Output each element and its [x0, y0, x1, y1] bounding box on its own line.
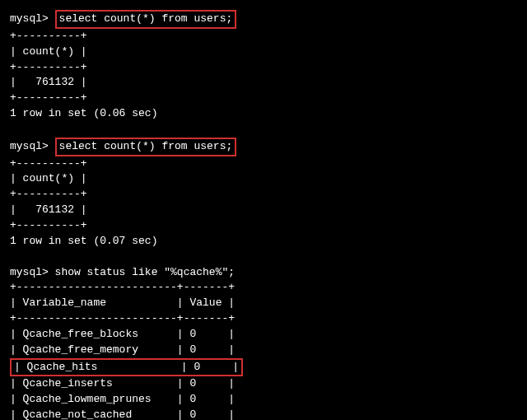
query3-row-0: | Qcache_free_blocks | 0 |: [10, 327, 517, 343]
query3-div-top: +-------------------------+-------+: [10, 280, 517, 296]
query2-div-top: +----------+: [10, 156, 517, 172]
query3-div-mid: +-------------------------+-------+: [10, 311, 517, 327]
query2-value: | 761132 |: [10, 203, 517, 218]
prompt-1: mysql>: [10, 12, 55, 25]
query2-command-highlight: select count(*) from users;: [55, 138, 237, 156]
query1-footer: 1 row in set (0.06 sec): [10, 106, 517, 122]
query2-div-mid: +----------+: [10, 187, 517, 203]
query2-header: | count(*) |: [10, 171, 517, 187]
prompt-2: mysql>: [10, 140, 55, 152]
query3-row-3: | Qcache_inserts | 0 |: [10, 376, 517, 392]
query1-div-mid: +----------+: [10, 60, 517, 76]
query2-div-bot: +----------+: [10, 218, 517, 234]
query1-command-highlight: select count(*) from users;: [55, 10, 237, 29]
query3-row-2-highlight: | Qcache_hits | 0 |: [10, 358, 517, 377]
spacer-1: [10, 122, 517, 138]
spacer-2: [10, 250, 517, 265]
query3-row-4: | Qcache_lowmem_prunes | 0 |: [10, 392, 517, 408]
query2-footer: 1 row in set (0.07 sec): [10, 234, 517, 250]
query1-value: | 761132 |: [10, 75, 517, 91]
query3-command: show status like "%qcache%";: [55, 266, 235, 278]
query3-row-5: | Qcache_not_cached | 0 |: [10, 408, 517, 420]
query3-header: | Variable_name | Value |: [10, 296, 517, 311]
query3-row-1: | Qcache_free_memory | 0 |: [10, 343, 517, 358]
prompt-3: mysql>: [10, 266, 55, 278]
query1-header: | count(*) |: [10, 44, 517, 60]
prompt-line-2: mysql> select count(*) from users;: [10, 138, 517, 156]
qcache-hits-highlight: | Qcache_hits | 0 |: [10, 358, 243, 377]
prompt-line-1: mysql> select count(*) from users;: [10, 10, 517, 29]
prompt-line-3: mysql> show status like "%qcache%";: [10, 265, 517, 281]
query1-div-top: +----------+: [10, 29, 517, 44]
query1-div-bot: +----------+: [10, 91, 517, 106]
